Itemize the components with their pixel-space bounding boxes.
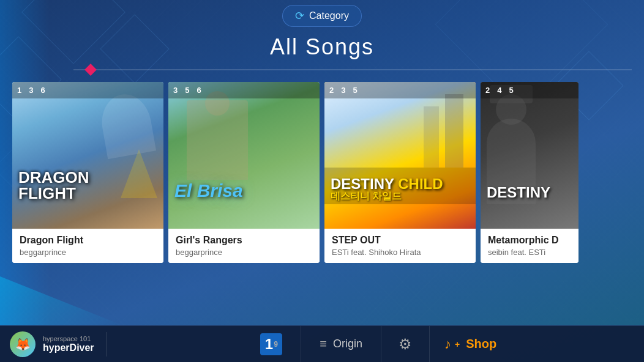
diff-6b: 6 <box>197 86 201 95</box>
player-level: hyperspace 101 <box>43 335 94 342</box>
origin-label: Origin <box>333 338 362 350</box>
difficulty-badges-stepout: 2 3 5 <box>324 82 476 98</box>
page-title-section: All Songs <box>0 29 644 64</box>
elbrisa-cover-text: El Brisa <box>174 180 243 201</box>
song-artist-metamorphic: seibin feat. ESTi <box>488 248 571 257</box>
slider-line <box>73 70 632 70</box>
category-label: Category <box>309 10 349 21</box>
player-section: 🦊 hyperspace 101 hyperDiver <box>0 331 104 357</box>
settings-button[interactable]: ⚙ <box>381 326 430 363</box>
cover-metamorphic: 2 4 5 DESTINY <box>481 82 578 229</box>
player-name: hyperDiver <box>43 342 94 353</box>
song-info-girls-rangers: Girl's Rangers beggarprince <box>168 229 320 263</box>
song-title-dragon-flight: Dragon Flight <box>20 235 156 246</box>
dragon-flight-cover-text: DRAGONFLIGHT <box>18 169 89 201</box>
destiny-child-cover-text: DESTINY CHILD 데스티니 차일드 <box>331 177 443 201</box>
song-card-metamorphic[interactable]: 2 4 5 DESTINY Metamorphic D seibin feat.… <box>481 82 578 263</box>
shop-label: Shop <box>466 337 496 351</box>
shop-icon: ♪ <box>444 336 451 352</box>
slider-area[interactable] <box>0 64 644 76</box>
diff-1: 1 <box>17 86 21 95</box>
song-title-metamorphic: Metamorphic D <box>488 235 571 246</box>
song-artist-dragon-flight: beggarprince <box>20 248 156 257</box>
songs-grid: 1 3 6 DRAGONFLIGHT Dragon Flight beggarp… <box>0 76 644 263</box>
menu-icon: ≡ <box>320 337 327 351</box>
divider-1 <box>107 332 107 356</box>
cover-dragon-flight: 1 3 6 DRAGONFLIGHT <box>12 82 163 229</box>
song-info-step-out: STEP OUT ESTi feat. Shihoko Hirata <box>324 229 476 263</box>
bottom-nav: 1 9 ≡ Origin ⚙ ♪ + Shop <box>110 326 644 363</box>
slider-handle[interactable] <box>84 64 97 76</box>
category-icon: ⟳ <box>295 9 304 23</box>
song-artist-step-out: ESTi feat. Shihoko Hirata <box>332 248 468 257</box>
nav-origin-btn[interactable]: ≡ Origin <box>301 326 381 363</box>
nav-badge-btn[interactable]: 1 9 <box>242 326 301 363</box>
song-card-dragon-flight[interactable]: 1 3 6 DRAGONFLIGHT Dragon Flight beggarp… <box>12 82 163 263</box>
settings-icon: ⚙ <box>399 336 412 353</box>
cover-girls-rangers: 3 5 6 El Brisa <box>168 82 320 229</box>
diff-4d: 4 <box>497 86 501 95</box>
song-title-step-out: STEP OUT <box>332 235 468 246</box>
song-title-girls-rangers: Girl's Rangers <box>176 235 312 246</box>
difficulty-badges-metamorphic: 2 4 5 <box>481 82 578 98</box>
category-button[interactable]: ⟳ Category <box>282 5 362 27</box>
rank-badge: 1 9 <box>260 333 282 355</box>
diff-2c: 2 <box>329 86 334 95</box>
player-avatar: 🦊 <box>10 331 36 357</box>
cover-step-out: 2 3 5 DESTINY CHILD 데스티니 차일드 <box>324 82 476 229</box>
song-info-metamorphic: Metamorphic D seibin feat. ESTi <box>481 229 578 263</box>
top-bar: ⟳ Category <box>0 0 644 29</box>
avatar-emoji: 🦊 <box>15 337 31 352</box>
diff-2d: 2 <box>485 86 490 95</box>
badge-number: 1 <box>265 336 273 353</box>
diff-3b: 3 <box>173 86 178 95</box>
song-info-dragon-flight: Dragon Flight beggarprince <box>12 229 163 263</box>
bottom-bar: 🦊 hyperspace 101 hyperDiver 1 9 ≡ Origin… <box>0 325 644 362</box>
difficulty-badges-dragon: 1 3 6 <box>12 82 163 98</box>
metamorphic-destiny-cover-text: DESTINY <box>487 184 550 201</box>
song-card-girls-rangers[interactable]: 3 5 6 El Brisa Girl's Rangers beggarprin… <box>168 82 320 263</box>
diff-3: 3 <box>29 86 33 95</box>
diff-5b: 5 <box>185 86 189 95</box>
shop-button[interactable]: ♪ + Shop <box>430 326 511 363</box>
player-info: hyperspace 101 hyperDiver <box>43 335 94 353</box>
badge-sub: 9 <box>274 340 278 349</box>
difficulty-badges-girls: 3 5 6 <box>168 82 320 98</box>
diff-3c: 3 <box>341 86 345 95</box>
page-title: All Songs <box>0 34 644 60</box>
diff-5c: 5 <box>353 86 357 95</box>
diff-5d: 5 <box>509 86 513 95</box>
song-artist-girls-rangers: beggarprince <box>176 248 312 257</box>
song-card-step-out[interactable]: 2 3 5 DESTINY CHILD 데스티니 차일드 STEP OUT ES… <box>324 82 476 263</box>
diff-6: 6 <box>40 86 45 95</box>
